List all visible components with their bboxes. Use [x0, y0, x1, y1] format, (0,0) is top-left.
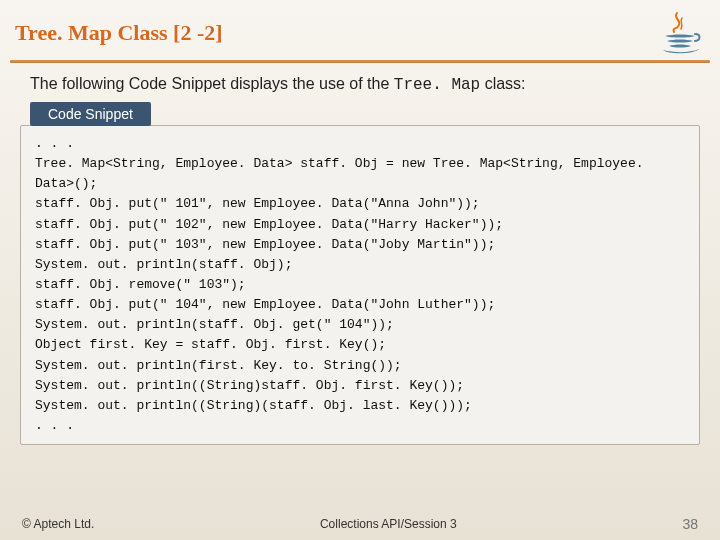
- code-line: staff. Obj. put(" 103", new Employee. Da…: [35, 235, 687, 255]
- footer-copyright: © Aptech Ltd.: [22, 517, 94, 531]
- code-line: . . .: [35, 134, 687, 154]
- footer: © Aptech Ltd. Collections API/Session 3 …: [0, 516, 720, 532]
- intro-classname: Tree. Map: [394, 76, 480, 94]
- footer-session: Collections API/Session 3: [320, 517, 457, 531]
- code-line: System. out. println(staff. Obj. get(" 1…: [35, 315, 687, 335]
- intro-prefix: The following Code Snippet displays the …: [30, 75, 394, 92]
- code-line: staff. Obj. remove(" 103");: [35, 275, 687, 295]
- code-line: staff. Obj. put(" 102", new Employee. Da…: [35, 215, 687, 235]
- java-logo-icon: [655, 10, 705, 55]
- intro-text: The following Code Snippet displays the …: [0, 71, 720, 102]
- code-line: System. out. println((String)staff. Obj.…: [35, 376, 687, 396]
- code-box: . . . Tree. Map<String, Employee. Data> …: [20, 125, 700, 445]
- code-line: Object first. Key = staff. Obj. first. K…: [35, 335, 687, 355]
- code-line: System. out. println(staff. Obj);: [35, 255, 687, 275]
- snippet-label: Code Snippet: [30, 102, 151, 126]
- code-snippet-section: Code Snippet . . . Tree. Map<String, Emp…: [20, 102, 700, 445]
- intro-suffix: class:: [480, 75, 525, 92]
- code-line: System. out. println((String)(staff. Obj…: [35, 396, 687, 416]
- title-underline: [10, 60, 710, 63]
- code-line: . . .: [35, 416, 687, 436]
- slide-title: Tree. Map Class [2 -2]: [15, 20, 223, 46]
- code-line: System. out. println(first. Key. to. Str…: [35, 356, 687, 376]
- slide-number: 38: [682, 516, 698, 532]
- code-line: staff. Obj. put(" 101", new Employee. Da…: [35, 194, 687, 214]
- title-bar: Tree. Map Class [2 -2]: [0, 0, 720, 60]
- code-line: Tree. Map<String, Employee. Data> staff.…: [35, 154, 687, 194]
- code-line: staff. Obj. put(" 104", new Employee. Da…: [35, 295, 687, 315]
